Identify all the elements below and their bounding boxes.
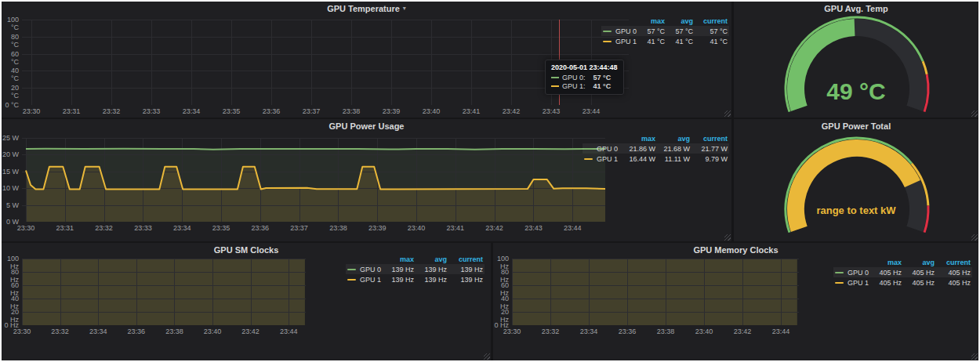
panel-resize-handle[interactable] (724, 110, 731, 117)
panel-title-gpu-avg-temp[interactable]: GPU Avg. Temp (734, 2, 978, 15)
legend-stat-value: 9.79 W (691, 154, 729, 164)
panel-title-gpu-power-total[interactable]: GPU Power Total (734, 119, 978, 132)
panel-resize-handle[interactable] (484, 353, 490, 360)
series-swatch-green (551, 77, 559, 78)
legend-stat-value: 21.86 W (619, 143, 657, 154)
legend-series-gpu0[interactable]: GPU 0 (346, 264, 383, 274)
legend-stat-value: 16.44 W (619, 154, 657, 164)
x-axis-tick: 23:30 (10, 224, 42, 232)
series-swatch (603, 41, 612, 42)
series-swatch (584, 158, 593, 160)
legend-stat-value: 139 Hz (416, 264, 448, 274)
x-axis-tick: 23:31 (49, 224, 81, 232)
y-axis-tick: 10 W (2, 184, 19, 192)
legend-stat-value: 57 °C (638, 26, 666, 36)
legend-header-avg[interactable]: avg (657, 133, 691, 143)
temperature-plot-area[interactable] (22, 20, 629, 105)
legend-stat-value: 405 Hz (936, 277, 972, 288)
x-axis-tick: 23:40 (688, 328, 720, 335)
x-axis-tick: 23:30 (16, 107, 47, 115)
gauge-value-avg-temp: 49 °C (734, 78, 978, 105)
x-axis-tick: 23:32 (45, 328, 76, 335)
x-axis-tick: 23:39 (376, 107, 407, 115)
x-axis-tick: 23:30 (496, 328, 528, 335)
panel-title-gpu-power-usage[interactable]: GPU Power Usage (2, 119, 731, 132)
x-axis-tick: 23:44 (765, 328, 797, 335)
power_total-gauge (734, 119, 978, 241)
gauge-value-power-total: range to text kW (734, 205, 978, 216)
legend-series-gpu0[interactable]: GPU 0 (601, 26, 638, 36)
memory_clocks-legend: maxavgcurrentGPU 0405 Hz405 Hz405 HzGPU … (833, 257, 972, 288)
panel-title-text: GPU Temperature (327, 4, 400, 13)
legend-stat-value: 405 Hz (870, 267, 903, 277)
legend-header-current[interactable]: current (936, 257, 972, 267)
y-axis-tick: 25 W (2, 134, 19, 142)
legend-series-gpu1[interactable]: GPU 1 (583, 154, 619, 164)
x-axis-tick: 23:38 (158, 328, 190, 335)
x-axis-tick: 23:37 (296, 107, 327, 115)
sm_clocks-legend: maxavgcurrentGPU 0139 Hz139 Hz139 HzGPU … (346, 254, 485, 284)
x-axis-tick: 23:44 (575, 107, 607, 115)
x-axis-tick: 23:32 (89, 224, 120, 232)
x-axis-tick: 23:42 (235, 328, 267, 335)
x-axis-tick: 23:34 (176, 107, 207, 115)
series-swatch (835, 272, 844, 273)
sm_clocks-plot-area[interactable] (22, 259, 306, 325)
legend-stat-value: 405 Hz (870, 277, 903, 288)
x-axis-tick: 23:38 (336, 107, 367, 115)
legend-header-max[interactable]: max (619, 133, 657, 143)
panel-gpu-sm-clocks: GPU SM Clocks 100 Hz80 Hz60 Hz40 Hz20 Hz… (2, 243, 491, 360)
tooltip-row-gpu0: GPU 0: 57 °C (551, 74, 618, 81)
y-axis-tick: 100 °C (2, 16, 19, 31)
panel-gpu-avg-temp: GPU Avg. Temp 49 °C (734, 2, 978, 118)
x-axis-tick: 23:40 (401, 224, 432, 232)
panel-title-gpu-memory-clocks[interactable]: GPU Memory Clocks (493, 243, 978, 256)
x-axis-tick: 23:34 (166, 224, 198, 232)
series-swatch (835, 282, 844, 284)
legend-stat-value: 405 Hz (936, 267, 972, 277)
temperature-legend: maxavgcurrentGPU 057 °C57 °C57 °CGPU 141… (601, 16, 729, 46)
y-axis-tick: 60 °C (2, 50, 19, 66)
x-axis-tick: 23:31 (56, 107, 87, 115)
panel-resize-handle[interactable] (971, 353, 978, 360)
legend-stat-value: 41 °C (666, 36, 695, 46)
legend-header-avg[interactable]: avg (903, 257, 936, 267)
x-axis-tick: 23:43 (535, 107, 567, 115)
grafana-dashboard: GPU Temperature ▾ 2020-05-01 23:44:48 GP… (0, 0, 980, 362)
panel-gpu-power-usage: GPU Power Usage 25 W20 W15 W10 W5 W0 W23… (2, 119, 731, 241)
x-axis-tick: 23:41 (456, 107, 487, 115)
legend-stat-value: 57 °C (695, 26, 729, 36)
x-axis-tick: 23:42 (479, 224, 510, 232)
gauge-value-arc (796, 148, 913, 229)
x-axis-tick: 23:30 (6, 328, 38, 335)
panel-title-gpu-sm-clocks[interactable]: GPU SM Clocks (2, 243, 491, 256)
legend-header-current[interactable]: current (691, 133, 729, 143)
legend-stat-value: 139 Hz (383, 264, 416, 274)
legend-series-gpu0[interactable]: GPU 0 (833, 267, 870, 277)
legend-stat-value: 41 °C (638, 36, 666, 46)
tooltip-timestamp: 2020-05-01 23:44:48 (551, 63, 618, 71)
legend-series-gpu1[interactable]: GPU 1 (833, 277, 870, 288)
memory_clocks-plot-area[interactable] (512, 259, 799, 325)
sm_clocks-area-gpu1 (22, 259, 305, 325)
x-axis-tick: 23:43 (517, 224, 549, 232)
legend-header-avg[interactable]: avg (666, 16, 695, 26)
legend-series-gpu1[interactable]: GPU 1 (601, 36, 638, 46)
x-axis-tick: 23:44 (557, 224, 588, 232)
legend-header-max[interactable]: max (638, 16, 666, 26)
x-axis-tick: 23:44 (273, 328, 304, 335)
x-axis-tick: 23:33 (136, 107, 167, 115)
x-axis-tick: 23:42 (727, 328, 758, 335)
x-axis-tick: 23:36 (612, 328, 643, 335)
panel-resize-handle[interactable] (724, 234, 731, 241)
legend-stat-value: 21.68 W (657, 143, 691, 154)
legend-series-gpu1[interactable]: GPU 1 (346, 274, 383, 284)
legend-series-gpu0[interactable]: GPU 0 (583, 143, 619, 154)
power-plot-area[interactable] (22, 138, 605, 222)
panel-title-gpu-temperature[interactable]: GPU Temperature ▾ (2, 2, 731, 15)
legend-header-max[interactable]: max (870, 257, 903, 267)
power-line-gpu0 (26, 149, 605, 150)
legend-header-current[interactable]: current (695, 16, 729, 26)
series-swatch (347, 279, 356, 281)
x-axis-tick: 23:42 (495, 107, 527, 115)
